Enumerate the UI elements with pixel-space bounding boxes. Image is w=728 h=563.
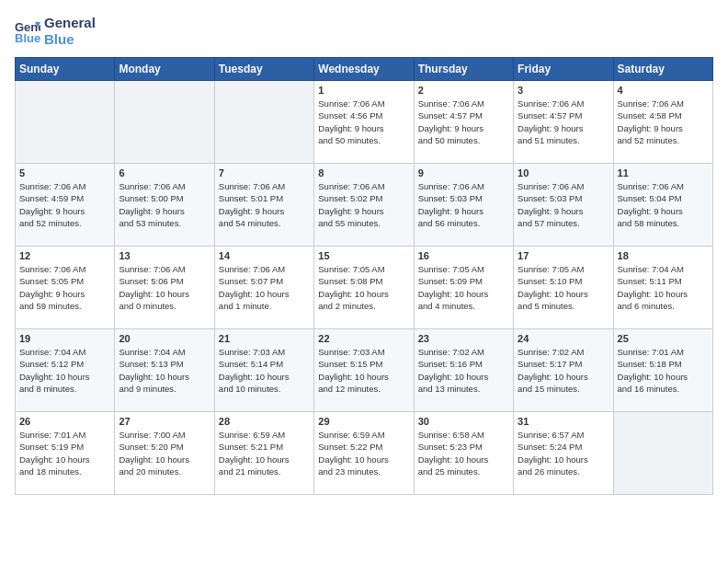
day-number: 7	[219, 167, 310, 178]
logo-icon: General Blue	[15, 18, 40, 44]
calendar-cell: 13Sunrise: 7:06 AM Sunset: 5:06 PM Dayli…	[115, 247, 214, 329]
calendar-cell: 19Sunrise: 7:04 AM Sunset: 5:12 PM Dayli…	[16, 329, 115, 412]
calendar-cell: 9Sunrise: 7:06 AM Sunset: 5:03 PM Daylig…	[414, 164, 513, 247]
day-number: 6	[119, 167, 210, 178]
calendar-cell: 17Sunrise: 7:05 AM Sunset: 5:10 PM Dayli…	[514, 247, 613, 329]
day-info: Sunrise: 7:04 AM Sunset: 5:13 PM Dayligh…	[119, 346, 210, 395]
calendar-header-row: SundayMondayTuesdayWednesdayThursdayFrid…	[16, 58, 713, 81]
calendar-cell: 3Sunrise: 7:06 AM Sunset: 4:57 PM Daylig…	[514, 81, 613, 164]
day-info: Sunrise: 6:59 AM Sunset: 5:21 PM Dayligh…	[219, 429, 310, 477]
calendar-cell: 15Sunrise: 7:05 AM Sunset: 5:08 PM Dayli…	[314, 247, 414, 329]
day-number: 27	[119, 416, 210, 427]
calendar-week-row: 5Sunrise: 7:06 AM Sunset: 4:59 PM Daylig…	[16, 164, 713, 247]
day-number: 2	[418, 85, 509, 96]
day-info: Sunrise: 7:06 AM Sunset: 4:57 PM Dayligh…	[418, 98, 509, 146]
day-info: Sunrise: 7:06 AM Sunset: 4:56 PM Dayligh…	[318, 98, 409, 146]
day-number: 19	[19, 333, 110, 344]
calendar-cell: 23Sunrise: 7:02 AM Sunset: 5:16 PM Dayli…	[414, 329, 513, 412]
calendar-cell: 28Sunrise: 6:59 AM Sunset: 5:21 PM Dayli…	[214, 412, 313, 495]
day-number: 29	[318, 416, 409, 427]
calendar-cell: 31Sunrise: 6:57 AM Sunset: 5:24 PM Dayli…	[514, 412, 613, 495]
day-number: 30	[418, 416, 509, 427]
calendar: SundayMondayTuesdayWednesdayThursdayFrid…	[15, 57, 713, 495]
day-number: 17	[518, 250, 609, 261]
day-number: 4	[618, 85, 709, 96]
day-number: 25	[618, 333, 709, 344]
calendar-cell: 1Sunrise: 7:06 AM Sunset: 4:56 PM Daylig…	[314, 81, 414, 164]
calendar-cell: 27Sunrise: 7:00 AM Sunset: 5:20 PM Dayli…	[115, 412, 214, 495]
day-number: 26	[19, 416, 110, 427]
logo-line1: General	[44, 15, 96, 31]
day-info: Sunrise: 7:01 AM Sunset: 5:18 PM Dayligh…	[618, 346, 709, 395]
day-number: 1	[318, 85, 409, 96]
day-info: Sunrise: 7:06 AM Sunset: 4:58 PM Dayligh…	[618, 98, 709, 146]
calendar-cell: 8Sunrise: 7:06 AM Sunset: 5:02 PM Daylig…	[314, 164, 414, 247]
day-info: Sunrise: 7:01 AM Sunset: 5:19 PM Dayligh…	[19, 429, 110, 477]
calendar-cell	[16, 81, 115, 164]
day-info: Sunrise: 7:02 AM Sunset: 5:17 PM Dayligh…	[518, 346, 609, 395]
day-number: 9	[418, 167, 509, 178]
day-info: Sunrise: 7:04 AM Sunset: 5:12 PM Dayligh…	[19, 346, 110, 395]
weekday-header: Friday	[514, 58, 613, 81]
calendar-cell: 5Sunrise: 7:06 AM Sunset: 4:59 PM Daylig…	[16, 164, 115, 247]
calendar-cell: 22Sunrise: 7:03 AM Sunset: 5:15 PM Dayli…	[314, 329, 414, 412]
calendar-cell: 29Sunrise: 6:59 AM Sunset: 5:22 PM Dayli…	[314, 412, 414, 495]
day-info: Sunrise: 7:06 AM Sunset: 5:02 PM Dayligh…	[318, 180, 409, 229]
day-number: 5	[19, 167, 110, 178]
day-info: Sunrise: 7:06 AM Sunset: 4:57 PM Dayligh…	[518, 98, 609, 146]
day-info: Sunrise: 7:06 AM Sunset: 4:59 PM Dayligh…	[19, 180, 110, 229]
calendar-cell: 2Sunrise: 7:06 AM Sunset: 4:57 PM Daylig…	[414, 81, 513, 164]
calendar-cell: 25Sunrise: 7:01 AM Sunset: 5:18 PM Dayli…	[613, 329, 712, 412]
day-number: 8	[318, 167, 409, 178]
day-number: 22	[318, 333, 409, 344]
day-info: Sunrise: 7:06 AM Sunset: 5:01 PM Dayligh…	[219, 180, 310, 229]
day-number: 21	[219, 333, 310, 344]
calendar-cell	[214, 81, 313, 164]
day-number: 18	[618, 250, 709, 261]
day-info: Sunrise: 7:06 AM Sunset: 5:03 PM Dayligh…	[418, 180, 509, 229]
day-info: Sunrise: 6:57 AM Sunset: 5:24 PM Dayligh…	[518, 429, 609, 477]
weekday-header: Monday	[115, 58, 214, 81]
day-info: Sunrise: 7:05 AM Sunset: 5:09 PM Dayligh…	[418, 263, 509, 312]
page-header: General Blue General Blue	[15, 15, 713, 48]
day-info: Sunrise: 7:06 AM Sunset: 5:03 PM Dayligh…	[518, 180, 609, 229]
calendar-cell: 26Sunrise: 7:01 AM Sunset: 5:19 PM Dayli…	[16, 412, 115, 495]
day-number: 20	[119, 333, 210, 344]
day-info: Sunrise: 6:59 AM Sunset: 5:22 PM Dayligh…	[318, 429, 409, 477]
logo-line2: Blue	[44, 31, 96, 48]
day-number: 12	[19, 250, 110, 261]
day-number: 3	[518, 85, 609, 96]
day-info: Sunrise: 7:06 AM Sunset: 5:04 PM Dayligh…	[618, 180, 709, 229]
calendar-cell: 6Sunrise: 7:06 AM Sunset: 5:00 PM Daylig…	[115, 164, 214, 247]
day-info: Sunrise: 7:04 AM Sunset: 5:11 PM Dayligh…	[618, 263, 709, 312]
calendar-week-row: 12Sunrise: 7:06 AM Sunset: 5:05 PM Dayli…	[16, 247, 713, 329]
calendar-week-row: 19Sunrise: 7:04 AM Sunset: 5:12 PM Dayli…	[16, 329, 713, 412]
calendar-cell: 11Sunrise: 7:06 AM Sunset: 5:04 PM Dayli…	[613, 164, 712, 247]
day-number: 10	[518, 167, 609, 178]
day-number: 16	[418, 250, 509, 261]
calendar-cell: 10Sunrise: 7:06 AM Sunset: 5:03 PM Dayli…	[514, 164, 613, 247]
calendar-cell	[613, 412, 712, 495]
weekday-header: Saturday	[613, 58, 712, 81]
day-info: Sunrise: 7:00 AM Sunset: 5:20 PM Dayligh…	[119, 429, 210, 477]
weekday-header: Thursday	[414, 58, 513, 81]
day-info: Sunrise: 7:06 AM Sunset: 5:07 PM Dayligh…	[219, 263, 310, 312]
calendar-week-row: 26Sunrise: 7:01 AM Sunset: 5:19 PM Dayli…	[16, 412, 713, 495]
svg-text:Blue: Blue	[15, 31, 40, 44]
day-number: 23	[418, 333, 509, 344]
weekday-header: Wednesday	[314, 58, 414, 81]
day-number: 15	[318, 250, 409, 261]
day-number: 31	[518, 416, 609, 427]
weekday-header: Tuesday	[214, 58, 313, 81]
calendar-cell: 7Sunrise: 7:06 AM Sunset: 5:01 PM Daylig…	[214, 164, 313, 247]
day-info: Sunrise: 7:03 AM Sunset: 5:14 PM Dayligh…	[219, 346, 310, 395]
calendar-cell: 12Sunrise: 7:06 AM Sunset: 5:05 PM Dayli…	[16, 247, 115, 329]
logo: General Blue General Blue	[15, 15, 96, 48]
calendar-cell: 30Sunrise: 6:58 AM Sunset: 5:23 PM Dayli…	[414, 412, 513, 495]
day-info: Sunrise: 6:58 AM Sunset: 5:23 PM Dayligh…	[418, 429, 509, 477]
day-number: 24	[518, 333, 609, 344]
day-info: Sunrise: 7:06 AM Sunset: 5:00 PM Dayligh…	[119, 180, 210, 229]
calendar-cell: 14Sunrise: 7:06 AM Sunset: 5:07 PM Dayli…	[214, 247, 313, 329]
calendar-week-row: 1Sunrise: 7:06 AM Sunset: 4:56 PM Daylig…	[16, 81, 713, 164]
day-info: Sunrise: 7:02 AM Sunset: 5:16 PM Dayligh…	[418, 346, 509, 395]
